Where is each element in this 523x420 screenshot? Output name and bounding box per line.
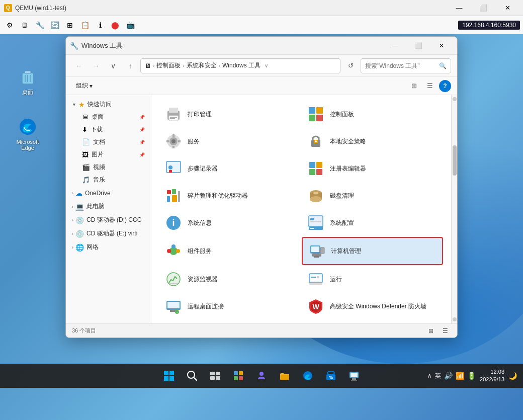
list-item-ctrlpanel[interactable]: 控制面板 [302, 101, 443, 127]
sysinfo-icon: i [164, 214, 183, 232]
sidebar-item-videos[interactable]: 🎬 视频 [68, 161, 149, 174]
search-box[interactable]: 🔍 [361, 58, 451, 73]
grid-view-button[interactable]: ⊞ [425, 326, 437, 336]
taskbar-widgets-button[interactable] [228, 365, 249, 386]
list-item-steps[interactable]: 步骤记录器 [159, 155, 301, 182]
explorer-maximize-button[interactable]: ⬜ [407, 38, 430, 54]
pictures-icon: 🖼 [82, 151, 89, 158]
explorer-minimize-button[interactable]: — [384, 38, 407, 54]
toolbar-icon-3[interactable]: 🔄 [48, 19, 61, 32]
recent-button[interactable]: ∨ [106, 59, 120, 73]
tray-chevron-icon[interactable]: ∧ [427, 372, 432, 380]
view-layout-button[interactable]: ⊞ [407, 79, 421, 93]
qemu-toolbar: ⚙ 🖥 🔧 🔄 ⊞ 📋 ℹ ⬤ 📺 192.168.4.160:5930 [0, 16, 523, 34]
sidebar-videos-label: 视频 [93, 163, 105, 172]
up-button[interactable]: ↑ [123, 59, 137, 73]
explorer-scrollbar[interactable] [451, 95, 457, 323]
address-bar[interactable]: 🖥 › 控制面板 › 系统和安全 › Windows 工具 ∨ [140, 58, 340, 73]
sidebar-network-header[interactable]: › 🌐 网络 [68, 241, 149, 254]
sidebar-cd-e-header[interactable]: › 💿 CD 驱动器 (E:) virti [68, 227, 149, 240]
sidebar-item-downloads[interactable]: ⬇ 下载 📌 [68, 123, 149, 136]
forward-button[interactable]: → [89, 59, 103, 73]
explorer-close-button[interactable]: ✕ [430, 38, 453, 54]
help-button[interactable]: ? [439, 80, 451, 92]
svg-rect-11 [309, 107, 315, 114]
svg-rect-18 [172, 134, 175, 137]
volume-icon[interactable]: 🔊 [444, 372, 453, 380]
taskbar-store-button[interactable]: 🛍 [320, 365, 341, 386]
list-item-resmon[interactable]: 资源监视器 [159, 266, 301, 292]
address-chevron[interactable]: ∨ [265, 63, 268, 68]
toolbar-icon-8[interactable]: 📺 [124, 19, 137, 32]
list-item-services[interactable]: 服务 [159, 128, 301, 154]
list-item-run[interactable]: 运行 [302, 266, 443, 292]
taskbar-search-button[interactable] [182, 365, 203, 386]
taskbar-start-button[interactable] [158, 365, 180, 386]
qemu-icon: Q [4, 4, 12, 12]
list-item-security[interactable]: 本地安全策略 [302, 128, 443, 154]
svg-point-49 [167, 249, 171, 253]
taskbar-computer-button[interactable] [343, 365, 365, 386]
toolbar-icon-win[interactable]: ⊞ [63, 19, 76, 32]
defender-label: 高级安全 Windows Defender 防火墙 [330, 302, 426, 311]
toolbar-icon-stop[interactable]: ⬤ [109, 19, 122, 32]
list-item-syscfg[interactable]: 系统配置 [302, 210, 443, 236]
pin-icon-3: 📌 [139, 140, 145, 145]
list-item-compmgmt[interactable]: 计算机管理 [302, 237, 443, 265]
taskbar-explorer-button[interactable] [274, 365, 295, 386]
sidebar-quick-access-header[interactable]: ▼ ★ 快速访问 [68, 98, 149, 111]
list-item-rdp[interactable]: › 远程桌面连接 [159, 293, 301, 319]
list-item-component[interactable]: 组件服务 [159, 237, 301, 265]
list-view-button[interactable]: ☰ [439, 326, 451, 336]
sidebar-item-documents[interactable]: 📄 文档 📌 [68, 136, 149, 148]
sidebar-item-music[interactable]: 🎵 音乐 [68, 174, 149, 186]
list-item-sysinfo[interactable]: i 系统信息 [159, 210, 301, 236]
this-pc-chevron-icon: › [72, 204, 73, 209]
svg-rect-31 [316, 169, 322, 175]
list-item-defender[interactable]: W 高级安全 Windows Defender 防火墙 [302, 293, 443, 319]
sidebar-item-desktop[interactable]: 🖥 桌面 📌 [68, 111, 149, 123]
qemu-close-button[interactable]: ✕ [496, 1, 519, 15]
sidebar-item-pictures[interactable]: 🖼 图片 📌 [68, 148, 149, 161]
sidebar-onedrive-header[interactable]: › ☁ OneDrive [68, 187, 149, 199]
list-item-print[interactable]: 打印管理 [159, 101, 301, 127]
view-options-button[interactable]: ☰ [423, 79, 437, 93]
svg-rect-53 [311, 246, 319, 252]
toolbar-icon-0[interactable]: ⚙ [3, 19, 16, 32]
svg-rect-33 [172, 189, 176, 194]
compmgmt-label: 计算机管理 [331, 247, 361, 256]
taskbar-teams-button[interactable] [251, 365, 272, 386]
syscfg-label: 系统配置 [330, 219, 354, 227]
list-item-diskcln[interactable]: 磁盘清理 [302, 183, 443, 209]
qemu-minimize-button[interactable]: — [448, 1, 471, 15]
sidebar-cd-d-header[interactable]: › 💿 CD 驱动器 (D:) CCC [68, 214, 149, 226]
svg-rect-7 [169, 108, 178, 113]
refresh-button[interactable]: ↺ [343, 59, 358, 73]
system-clock[interactable]: 12:03 2022/9/13 [480, 368, 504, 384]
taskbar-edge-button[interactable] [297, 365, 318, 386]
toolbar-icon-1[interactable]: 🖥 [18, 19, 31, 32]
search-input[interactable] [365, 62, 439, 69]
network-tray-icon[interactable]: 📶 [456, 372, 464, 380]
list-item-defrag[interactable]: 碎片整理和优化驱动器 [159, 183, 301, 209]
notification-icon[interactable]: 🌙 [508, 372, 517, 380]
toolbar-icon-2[interactable]: 🔧 [33, 19, 46, 32]
svg-rect-44 [310, 218, 314, 220]
component-label: 组件服务 [188, 247, 212, 256]
system-tray: ∧ 英 🔊 📶 🔋 [427, 372, 476, 380]
battery-icon[interactable]: 🔋 [467, 372, 476, 380]
language-badge[interactable]: 英 [435, 372, 441, 380]
desktop-icon-recycle-bin[interactable]: 桌面 [10, 64, 45, 98]
organize-menu[interactable]: 组织 ▾ [72, 79, 97, 92]
list-item-regedit[interactable]: 注册表编辑器 [302, 155, 443, 182]
svg-point-51 [171, 244, 176, 248]
back-button[interactable]: ← [72, 59, 86, 73]
svg-rect-81 [239, 371, 243, 375]
sidebar-this-pc-header[interactable]: › 💻 此电脑 [68, 200, 149, 213]
defrag-label: 碎片整理和优化驱动器 [188, 192, 248, 200]
taskbar-taskview-button[interactable] [205, 365, 226, 386]
toolbar-icon-5[interactable]: 📋 [78, 19, 92, 32]
qemu-maximize-button[interactable]: ⬜ [472, 1, 495, 15]
desktop-icon-edge[interactable]: Microsoft Edge [10, 115, 45, 153]
toolbar-icon-6[interactable]: ℹ [94, 19, 107, 32]
